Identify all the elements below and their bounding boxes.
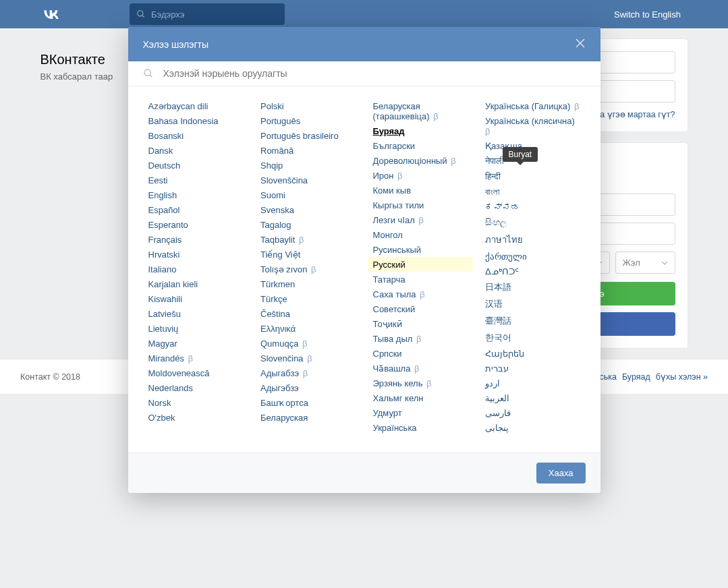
language-option[interactable]: Kiswahili xyxy=(143,291,249,306)
language-option[interactable]: Lietuvių xyxy=(143,321,249,336)
language-option[interactable]: Moldovenească xyxy=(143,365,249,380)
copyright: Контакт © 2018 xyxy=(20,372,80,382)
language-option[interactable]: Latviešu xyxy=(143,306,249,321)
language-option[interactable]: Türkçe xyxy=(255,291,361,306)
close-icon[interactable] xyxy=(575,38,586,51)
language-option[interactable]: Magyar xyxy=(143,336,249,351)
footer-all-langs[interactable]: бүхы хэлэн » xyxy=(656,372,708,382)
language-option[interactable]: Чӑвашла β xyxy=(368,361,474,376)
language-option[interactable]: ქართული xyxy=(480,249,586,264)
language-option[interactable]: English xyxy=(143,187,249,202)
language-option[interactable]: Português xyxy=(255,113,361,128)
language-option[interactable]: Mirandés β xyxy=(143,351,249,365)
language-option[interactable]: Esperanto xyxy=(143,217,249,232)
language-option[interactable]: Беларуская (тарашкевіца) β xyxy=(368,98,474,123)
language-option[interactable]: Саха тыла β xyxy=(368,287,474,301)
language-option[interactable]: Советский xyxy=(368,301,474,316)
language-option[interactable]: Polski xyxy=(255,98,361,113)
language-option[interactable]: Русский xyxy=(368,257,474,272)
language-option[interactable]: Српски xyxy=(368,346,474,361)
language-option[interactable]: Кыргыз тили xyxy=(368,198,474,212)
language-tooltip: Buryat xyxy=(503,147,538,162)
search-bar[interactable]: Бэдэрхэ xyxy=(130,3,285,25)
language-option[interactable]: Тоҷикӣ xyxy=(368,316,474,331)
modal-search[interactable] xyxy=(128,61,600,86)
modal-title: Хэлээ шэлэгты xyxy=(143,39,208,50)
language-option[interactable]: Azərbaycan dili xyxy=(143,98,249,113)
language-option[interactable]: Nederlands xyxy=(143,380,249,394)
language-option[interactable]: 日本語 xyxy=(480,278,586,295)
language-option[interactable]: Türkmen xyxy=(255,276,361,291)
language-option[interactable]: Slovenščina xyxy=(255,173,361,187)
language-option[interactable]: Hrvatski xyxy=(143,247,249,262)
language-option[interactable]: Italiano xyxy=(143,262,249,276)
language-option[interactable]: العربية xyxy=(480,390,586,394)
language-option[interactable]: ภาษาไทย xyxy=(480,230,586,249)
language-option[interactable]: Taqbaylit β xyxy=(255,232,361,247)
language-option[interactable]: Tiếng Việt xyxy=(255,247,361,262)
language-option[interactable]: Bahasa Indonesia xyxy=(143,113,249,128)
year-select[interactable]: Жэл xyxy=(615,252,675,274)
language-option[interactable]: Čeština xyxy=(255,306,361,321)
language-option[interactable]: Español xyxy=(143,202,249,217)
language-option[interactable]: ᐃᓄᒃᑎᑐᑦ xyxy=(480,264,586,278)
search-placeholder: Бэдэрхэ xyxy=(151,9,184,20)
language-option[interactable]: Адыгэбзэ xyxy=(255,380,361,394)
search-icon xyxy=(143,68,154,79)
language-option[interactable]: 한국어 xyxy=(480,329,586,346)
language-option[interactable]: Тыва дыл β xyxy=(368,331,474,346)
language-option[interactable]: Qumuqça β xyxy=(255,336,361,351)
language-grid: Azərbaycan diliBahasa IndonesiaBosanskiD… xyxy=(128,86,600,394)
language-option[interactable]: සිංහල xyxy=(480,214,586,230)
language-option[interactable]: Ελληνικά xyxy=(255,321,361,336)
language-option[interactable]: Ирон β xyxy=(368,168,474,183)
header: Бэдэрхэ Switch to English xyxy=(0,0,728,28)
language-search-input[interactable] xyxy=(163,68,586,79)
language-option[interactable]: Français xyxy=(143,232,249,247)
modal-header: Хэлээ шэлэгты xyxy=(128,27,600,61)
language-option[interactable]: Bosanski xyxy=(143,128,249,143)
search-icon xyxy=(136,9,146,19)
language-option[interactable]: اردو xyxy=(480,376,586,390)
language-option[interactable]: Лезги чІал β xyxy=(368,212,474,227)
chevron-down-icon xyxy=(661,260,668,266)
language-option[interactable]: Български xyxy=(368,138,474,153)
language-option[interactable]: Коми кыв xyxy=(368,183,474,198)
language-option[interactable]: Tolışə zıvon β xyxy=(255,262,361,276)
language-option[interactable]: Татарча xyxy=(368,272,474,287)
language-option[interactable]: Հայերեն xyxy=(480,346,586,361)
footer-lang[interactable]: Буряад xyxy=(622,372,650,382)
vk-logo[interactable] xyxy=(42,5,61,24)
language-option[interactable]: বাংলা xyxy=(480,184,586,200)
language-option[interactable]: ಕನ್ನಡ xyxy=(480,200,586,214)
language-option[interactable]: Монгол xyxy=(368,227,474,242)
svg-line-1 xyxy=(142,16,144,18)
language-option[interactable]: Адыгабзэ β xyxy=(255,365,361,380)
language-option[interactable]: हिन्दी xyxy=(480,169,586,184)
language-option[interactable]: Deutsch xyxy=(143,158,249,173)
language-option[interactable]: Tagalog xyxy=(255,217,361,232)
language-option[interactable]: Эрзянь кель β xyxy=(368,376,474,390)
language-option[interactable]: Shqip xyxy=(255,158,361,173)
language-option[interactable]: Хальмг келн xyxy=(368,390,474,394)
language-option[interactable]: Українська (клясична) β xyxy=(480,113,586,138)
language-option[interactable]: Português brasileiro xyxy=(255,128,361,143)
language-option[interactable]: Karjalan kieli xyxy=(143,276,249,291)
language-option[interactable]: Svenska xyxy=(255,202,361,217)
switch-english-link[interactable]: Switch to English xyxy=(614,9,681,20)
language-option[interactable]: 臺灣話 xyxy=(480,312,586,329)
language-option[interactable]: Дореволюціонный β xyxy=(368,153,474,168)
language-option[interactable]: Dansk xyxy=(143,143,249,158)
language-option[interactable]: 汉语 xyxy=(480,295,586,312)
language-option[interactable]: Suomi xyxy=(255,187,361,202)
svg-point-0 xyxy=(138,11,143,16)
svg-line-5 xyxy=(150,75,152,77)
language-option[interactable]: Slovenčina β xyxy=(255,351,361,365)
language-option[interactable]: Română xyxy=(255,143,361,158)
language-modal: Хэлээ шэлэгты Azərbaycan diliBahasa Indo… xyxy=(128,27,600,394)
language-option[interactable]: Українська (Галицка) β xyxy=(480,98,586,113)
language-option[interactable]: עברית xyxy=(480,361,586,376)
language-option[interactable]: Русинськый xyxy=(368,242,474,257)
language-option[interactable]: Eesti xyxy=(143,173,249,187)
language-option[interactable]: Буряад xyxy=(368,123,474,138)
